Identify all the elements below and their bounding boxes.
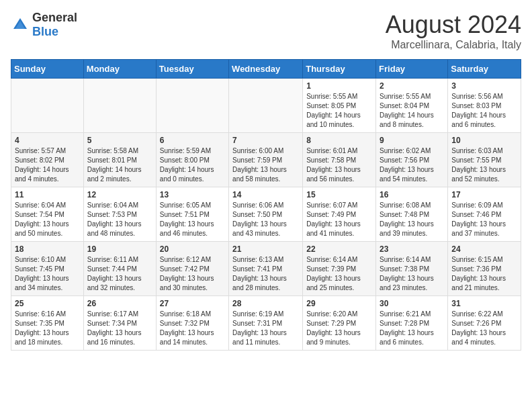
day-number: 5 xyxy=(87,136,152,145)
day-number: 13 xyxy=(160,190,225,199)
calendar-cell: 11Sunrise: 6:04 AM Sunset: 7:54 PM Dayli… xyxy=(11,187,84,242)
calendar-week-1: 1Sunrise: 5:55 AM Sunset: 8:05 PM Daylig… xyxy=(11,79,521,133)
day-info: Sunrise: 6:15 AM Sunset: 7:36 PM Dayligh… xyxy=(451,255,517,293)
calendar-week-2: 4Sunrise: 5:57 AM Sunset: 8:02 PM Daylig… xyxy=(11,133,521,187)
day-number: 31 xyxy=(451,299,517,308)
day-number: 29 xyxy=(306,299,372,308)
calendar-cell: 5Sunrise: 5:58 AM Sunset: 8:01 PM Daylig… xyxy=(83,133,156,187)
calendar-cell: 2Sunrise: 5:55 AM Sunset: 8:04 PM Daylig… xyxy=(376,79,448,133)
calendar-cell: 6Sunrise: 5:59 AM Sunset: 8:00 PM Daylig… xyxy=(156,133,228,187)
calendar-cell: 23Sunrise: 6:14 AM Sunset: 7:38 PM Dayli… xyxy=(376,242,448,296)
calendar-cell: 14Sunrise: 6:06 AM Sunset: 7:50 PM Dayli… xyxy=(229,187,303,242)
logo-text-general: General xyxy=(32,11,77,24)
day-number: 22 xyxy=(306,244,372,254)
day-info: Sunrise: 5:55 AM Sunset: 8:05 PM Dayligh… xyxy=(306,92,372,130)
weekday-header-saturday: Saturday xyxy=(448,60,521,79)
day-info: Sunrise: 6:16 AM Sunset: 7:35 PM Dayligh… xyxy=(15,310,80,347)
calendar-cell: 27Sunrise: 6:18 AM Sunset: 7:32 PM Dayli… xyxy=(156,296,228,351)
calendar-cell: 1Sunrise: 5:55 AM Sunset: 8:05 PM Daylig… xyxy=(303,79,376,133)
weekday-header-tuesday: Tuesday xyxy=(156,60,228,79)
calendar-cell xyxy=(83,79,156,133)
calendar-cell: 13Sunrise: 6:05 AM Sunset: 7:51 PM Dayli… xyxy=(156,187,228,242)
calendar-cell xyxy=(156,79,228,133)
day-info: Sunrise: 6:21 AM Sunset: 7:28 PM Dayligh… xyxy=(380,310,444,347)
day-number: 14 xyxy=(232,190,299,199)
day-number: 25 xyxy=(15,299,80,308)
calendar-cell: 12Sunrise: 6:04 AM Sunset: 7:53 PM Dayli… xyxy=(83,187,156,242)
day-number: 30 xyxy=(380,299,444,308)
calendar-header-row: SundayMondayTuesdayWednesdayThursdayFrid… xyxy=(11,60,521,79)
day-info: Sunrise: 6:19 AM Sunset: 7:31 PM Dayligh… xyxy=(232,310,299,347)
calendar-cell: 28Sunrise: 6:19 AM Sunset: 7:31 PM Dayli… xyxy=(229,296,303,351)
day-number: 1 xyxy=(306,81,372,91)
day-number: 4 xyxy=(15,136,80,145)
day-info: Sunrise: 6:18 AM Sunset: 7:32 PM Dayligh… xyxy=(160,310,225,347)
day-info: Sunrise: 6:05 AM Sunset: 7:51 PM Dayligh… xyxy=(160,201,225,238)
calendar-cell: 16Sunrise: 6:08 AM Sunset: 7:48 PM Dayli… xyxy=(376,187,448,242)
calendar-cell: 8Sunrise: 6:01 AM Sunset: 7:58 PM Daylig… xyxy=(303,133,376,187)
calendar-cell: 17Sunrise: 6:09 AM Sunset: 7:46 PM Dayli… xyxy=(448,187,521,242)
day-number: 9 xyxy=(380,136,444,145)
calendar-cell: 29Sunrise: 6:20 AM Sunset: 7:29 PM Dayli… xyxy=(303,296,376,351)
day-number: 12 xyxy=(87,190,152,199)
calendar-cell: 31Sunrise: 6:22 AM Sunset: 7:26 PM Dayli… xyxy=(448,296,521,351)
calendar-cell: 26Sunrise: 6:17 AM Sunset: 7:34 PM Dayli… xyxy=(83,296,156,351)
day-info: Sunrise: 6:01 AM Sunset: 7:58 PM Dayligh… xyxy=(306,146,372,184)
day-number: 27 xyxy=(160,299,225,308)
day-number: 15 xyxy=(306,190,372,199)
day-info: Sunrise: 5:57 AM Sunset: 8:02 PM Dayligh… xyxy=(15,146,80,184)
calendar-table: SundayMondayTuesdayWednesdayThursdayFrid… xyxy=(11,59,521,351)
day-number: 21 xyxy=(232,244,299,254)
logo: General Blue xyxy=(11,11,77,39)
calendar-cell: 24Sunrise: 6:15 AM Sunset: 7:36 PM Dayli… xyxy=(448,242,521,296)
day-info: Sunrise: 6:07 AM Sunset: 7:49 PM Dayligh… xyxy=(306,201,372,238)
day-number: 16 xyxy=(380,190,444,199)
day-info: Sunrise: 5:56 AM Sunset: 8:03 PM Dayligh… xyxy=(451,92,517,130)
calendar-cell: 18Sunrise: 6:10 AM Sunset: 7:45 PM Dayli… xyxy=(11,242,84,296)
calendar-week-5: 25Sunrise: 6:16 AM Sunset: 7:35 PM Dayli… xyxy=(11,296,521,351)
day-info: Sunrise: 6:04 AM Sunset: 7:53 PM Dayligh… xyxy=(87,201,152,238)
day-info: Sunrise: 5:59 AM Sunset: 8:00 PM Dayligh… xyxy=(160,146,225,184)
day-number: 24 xyxy=(451,244,517,254)
day-number: 23 xyxy=(380,244,444,254)
calendar-cell: 7Sunrise: 6:00 AM Sunset: 7:59 PM Daylig… xyxy=(229,133,303,187)
day-info: Sunrise: 6:10 AM Sunset: 7:45 PM Dayligh… xyxy=(15,255,80,293)
weekday-header-monday: Monday xyxy=(83,60,156,79)
calendar-cell: 20Sunrise: 6:12 AM Sunset: 7:42 PM Dayli… xyxy=(156,242,228,296)
day-info: Sunrise: 6:03 AM Sunset: 7:55 PM Dayligh… xyxy=(451,146,517,184)
day-number: 3 xyxy=(451,81,517,91)
day-number: 26 xyxy=(87,299,152,308)
day-info: Sunrise: 6:02 AM Sunset: 7:56 PM Dayligh… xyxy=(380,146,444,184)
day-number: 17 xyxy=(451,190,517,199)
month-title: August 2024 xyxy=(386,11,521,39)
calendar-cell: 9Sunrise: 6:02 AM Sunset: 7:56 PM Daylig… xyxy=(376,133,448,187)
day-number: 18 xyxy=(15,244,80,254)
calendar-cell xyxy=(229,79,303,133)
title-block: August 2024 Marcellinara, Calabria, Ital… xyxy=(386,11,521,51)
day-number: 19 xyxy=(87,244,152,254)
calendar-cell: 3Sunrise: 5:56 AM Sunset: 8:03 PM Daylig… xyxy=(448,79,521,133)
day-info: Sunrise: 6:20 AM Sunset: 7:29 PM Dayligh… xyxy=(306,310,372,347)
calendar-cell: 4Sunrise: 5:57 AM Sunset: 8:02 PM Daylig… xyxy=(11,133,84,187)
day-info: Sunrise: 6:08 AM Sunset: 7:48 PM Dayligh… xyxy=(380,201,444,238)
location-title: Marcellinara, Calabria, Italy xyxy=(386,39,521,51)
logo-icon xyxy=(11,15,30,34)
calendar-cell xyxy=(11,79,84,133)
calendar-cell: 21Sunrise: 6:13 AM Sunset: 7:41 PM Dayli… xyxy=(229,242,303,296)
day-number: 2 xyxy=(380,81,444,91)
day-info: Sunrise: 6:04 AM Sunset: 7:54 PM Dayligh… xyxy=(15,201,80,238)
weekday-header-wednesday: Wednesday xyxy=(229,60,303,79)
calendar-cell: 25Sunrise: 6:16 AM Sunset: 7:35 PM Dayli… xyxy=(11,296,84,351)
day-number: 8 xyxy=(306,136,372,145)
day-number: 10 xyxy=(451,136,517,145)
day-number: 20 xyxy=(160,244,225,254)
day-info: Sunrise: 6:22 AM Sunset: 7:26 PM Dayligh… xyxy=(451,310,517,347)
calendar-cell: 30Sunrise: 6:21 AM Sunset: 7:28 PM Dayli… xyxy=(376,296,448,351)
day-info: Sunrise: 6:14 AM Sunset: 7:39 PM Dayligh… xyxy=(306,255,372,293)
day-number: 6 xyxy=(160,136,225,145)
page-header: General Blue August 2024 Marcellinara, C… xyxy=(11,11,521,51)
weekday-header-friday: Friday xyxy=(376,60,448,79)
weekday-header-sunday: Sunday xyxy=(11,60,84,79)
weekday-header-thursday: Thursday xyxy=(303,60,376,79)
calendar-cell: 10Sunrise: 6:03 AM Sunset: 7:55 PM Dayli… xyxy=(448,133,521,187)
